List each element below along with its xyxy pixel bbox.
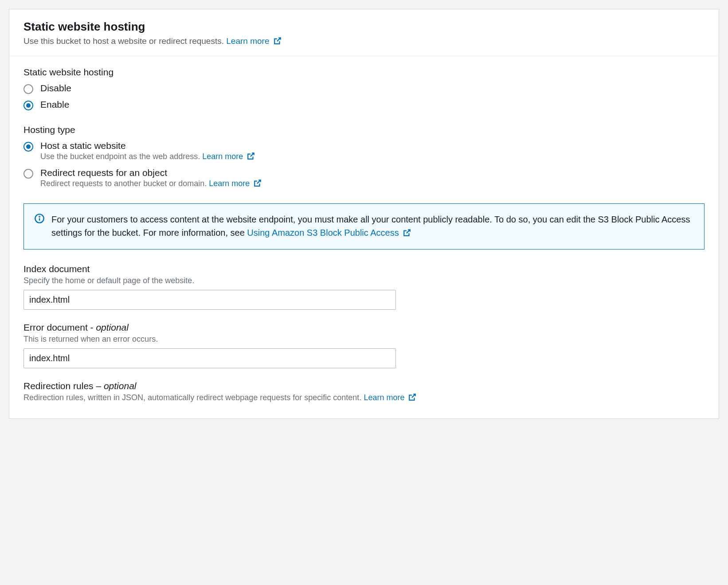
- error-document-input[interactable]: [23, 348, 396, 368]
- static-hosting-panel: Static website hosting Use this bucket t…: [9, 9, 719, 419]
- radio-disable-label: Disable: [40, 83, 71, 94]
- header-learn-more-link[interactable]: Learn more: [226, 36, 281, 46]
- redirection-rules-label: Redirection rules – optional: [23, 381, 705, 391]
- radio-host-static-label: Host a static website: [40, 140, 255, 151]
- block-public-access-link[interactable]: Using Amazon S3 Block Public Access: [247, 228, 411, 238]
- index-document-hint: Specify the home or default page of the …: [23, 276, 705, 285]
- hosting-toggle-group: Disable Enable: [23, 83, 705, 110]
- external-link-icon: [274, 37, 282, 47]
- redirection-learn-more-link[interactable]: Learn more: [364, 393, 416, 402]
- hosting-toggle-label: Static website hosting: [23, 67, 705, 78]
- hosting-type-label: Hosting type: [23, 125, 705, 135]
- panel-body: Static website hosting Disable Enable Ho…: [9, 56, 719, 418]
- svg-point-1: [39, 216, 39, 217]
- info-text: For your customers to access content at …: [51, 213, 693, 240]
- radio-enable[interactable]: [23, 101, 33, 110]
- hosting-disable-row[interactable]: Disable: [23, 83, 705, 94]
- redirection-rules-hint: Redirection rules, written in JSON, auto…: [23, 393, 705, 403]
- radio-host-static[interactable]: [23, 142, 33, 152]
- redirection-rules-field: Redirection rules – optional Redirection…: [23, 381, 705, 403]
- external-link-icon: [247, 152, 255, 162]
- external-link-icon: [403, 227, 411, 240]
- panel-title: Static website hosting: [23, 20, 705, 34]
- hosting-enable-row[interactable]: Enable: [23, 99, 705, 110]
- radio-redirect-label: Redirect requests for an object: [40, 168, 262, 178]
- radio-redirect[interactable]: [23, 169, 33, 179]
- radio-host-static-desc: Use the bucket endpoint as the web addre…: [40, 152, 255, 162]
- redirect-learn-more-link[interactable]: Learn more: [209, 179, 262, 188]
- error-document-field: Error document - optional This is return…: [23, 322, 705, 368]
- panel-header: Static website hosting Use this bucket t…: [9, 9, 719, 56]
- hosting-type-static-row[interactable]: Host a static website Use the bucket end…: [23, 140, 705, 162]
- error-document-label: Error document - optional: [23, 322, 705, 333]
- radio-redirect-desc: Redirect requests to another bucket or d…: [40, 179, 262, 189]
- index-document-field: Index document Specify the home or defau…: [23, 264, 705, 310]
- public-access-info-box: For your customers to access content at …: [23, 203, 705, 250]
- static-learn-more-link[interactable]: Learn more: [202, 152, 255, 161]
- external-link-icon: [254, 179, 262, 189]
- hosting-type-group: Host a static website Use the bucket end…: [23, 140, 705, 189]
- index-document-label: Index document: [23, 264, 705, 274]
- radio-disable[interactable]: [23, 84, 33, 94]
- info-icon: [35, 214, 44, 225]
- error-document-hint: This is returned when an error occurs.: [23, 335, 705, 344]
- external-link-icon: [408, 393, 416, 403]
- hosting-type-redirect-row[interactable]: Redirect requests for an object Redirect…: [23, 168, 705, 189]
- panel-description: Use this bucket to host a website or red…: [23, 36, 705, 47]
- index-document-input[interactable]: [23, 290, 396, 310]
- radio-enable-label: Enable: [40, 99, 69, 110]
